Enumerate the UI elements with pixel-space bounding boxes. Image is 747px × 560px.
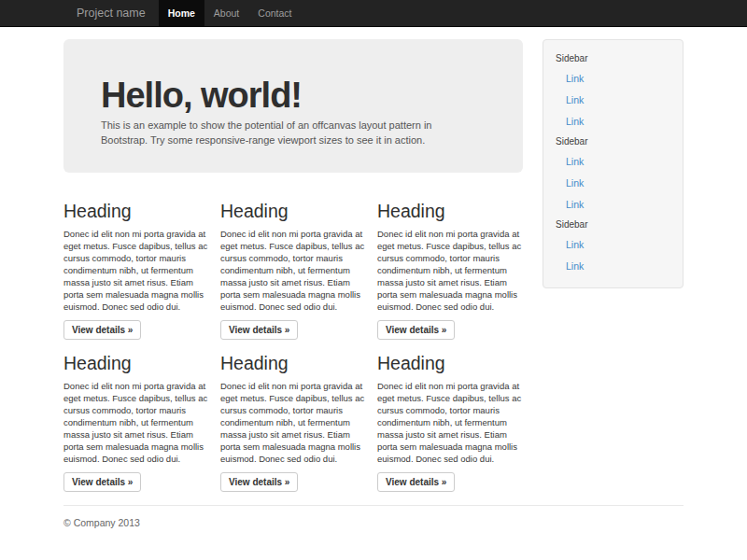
card-body: Donec id elit non mi porta gravida at eg… <box>377 228 522 313</box>
card-heading: Heading <box>63 201 208 221</box>
navbar-container: Project name Home About Contact <box>63 0 301 26</box>
copyright-text: © Company 2013 <box>63 517 684 528</box>
main-column: Hello, world! This is an example to show… <box>63 39 535 492</box>
view-details-button[interactable]: View details » <box>63 320 141 340</box>
footer: © Company 2013 <box>63 505 684 528</box>
card-body: Donec id elit non mi porta gravida at eg… <box>220 228 365 313</box>
card-heading: Heading <box>63 353 208 373</box>
card-heading: Heading <box>220 353 365 373</box>
card-heading: Heading <box>220 201 365 221</box>
sidebar-link[interactable]: Link <box>556 110 673 132</box>
card-3: Heading Donec id elit non mi porta gravi… <box>377 188 522 340</box>
card-5: Heading Donec id elit non mi porta gravi… <box>220 340 365 492</box>
nav-item-home[interactable]: Home <box>159 0 204 26</box>
sidebar-column: Sidebar Link Link Link Sidebar Link Link… <box>535 39 684 492</box>
view-details-button[interactable]: View details » <box>220 472 298 492</box>
card-heading: Heading <box>377 201 522 221</box>
nav-item-about[interactable]: About <box>204 0 248 26</box>
sidebar-group-header: Sidebar <box>556 136 673 147</box>
navbar: Project name Home About Contact <box>0 0 747 27</box>
sidebar-group-header: Sidebar <box>556 53 673 63</box>
sidebar-link[interactable]: Link <box>556 255 673 276</box>
card-6: Heading Donec id elit non mi porta gravi… <box>377 340 522 492</box>
view-details-button[interactable]: View details » <box>377 320 455 340</box>
sidebar-group-header: Sidebar <box>556 219 673 230</box>
cards-grid: Heading Donec id elit non mi porta gravi… <box>63 188 535 492</box>
sidebar-link[interactable]: Link <box>556 150 673 172</box>
page-container: Hello, world! This is an example to show… <box>63 39 684 528</box>
sidebar-link[interactable]: Link <box>556 67 673 89</box>
card-body: Donec id elit non mi porta gravida at eg… <box>220 380 365 465</box>
view-details-button[interactable]: View details » <box>377 472 455 492</box>
brand-link[interactable]: Project name <box>63 0 159 26</box>
card-1: Heading Donec id elit non mi porta gravi… <box>63 188 208 340</box>
sidebar-link[interactable]: Link <box>556 233 673 255</box>
sidebar-link[interactable]: Link <box>556 193 673 215</box>
view-details-button[interactable]: View details » <box>63 472 141 492</box>
jumbotron: Hello, world! This is an example to show… <box>63 39 523 173</box>
nav-item-contact[interactable]: Contact <box>248 0 301 26</box>
card-body: Donec id elit non mi porta gravida at eg… <box>63 228 208 313</box>
card-heading: Heading <box>377 353 522 373</box>
sidebar-link[interactable]: Link <box>556 172 673 193</box>
card-2: Heading Donec id elit non mi porta gravi… <box>220 188 365 340</box>
page-title: Hello, world! <box>101 77 484 114</box>
card-body: Donec id elit non mi porta gravida at eg… <box>63 380 208 465</box>
sidebar-panel: Sidebar Link Link Link Sidebar Link Link… <box>543 39 684 288</box>
footer-divider <box>63 505 684 506</box>
jumbotron-description: This is an example to show the potential… <box>101 118 472 147</box>
content-row: Hello, world! This is an example to show… <box>63 39 684 492</box>
sidebar-link[interactable]: Link <box>556 89 673 110</box>
view-details-button[interactable]: View details » <box>220 320 298 340</box>
card-4: Heading Donec id elit non mi porta gravi… <box>63 340 208 492</box>
card-body: Donec id elit non mi porta gravida at eg… <box>377 380 522 465</box>
